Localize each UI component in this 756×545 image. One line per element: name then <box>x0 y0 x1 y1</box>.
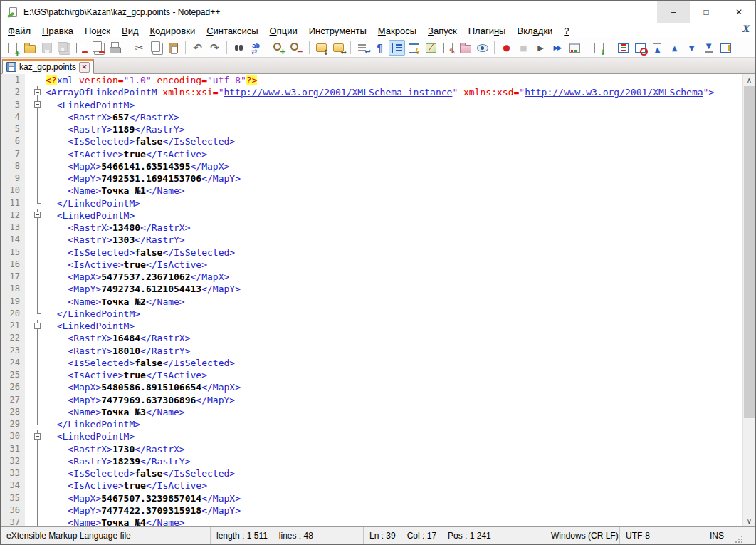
code-text[interactable]: <LinkedPointM> <box>44 99 742 111</box>
code-text[interactable]: <IsActive>true</IsActive> <box>44 148 742 160</box>
menu-item-macro[interactable]: Макросы <box>372 24 422 38</box>
document-list-icon[interactable] <box>440 40 456 56</box>
menu-item-tabs[interactable]: Вкладки <box>511 24 558 38</box>
code-text[interactable]: <IsSelected>false</IsSelected> <box>44 246 742 259</box>
cut-icon[interactable] <box>131 40 147 56</box>
menu-item-plugins[interactable]: Плагины <box>463 24 512 38</box>
word-wrap-icon[interactable] <box>355 40 371 56</box>
code-text[interactable]: <Name>Точка №3</Name> <box>44 406 742 418</box>
sync-vertical-icon[interactable] <box>313 40 330 56</box>
code-text[interactable]: <RastrY>18010</RastrY> <box>44 345 742 357</box>
code-text[interactable]: <ArrayOfLinkedPointM xmlns:xsi="http://w… <box>44 86 742 98</box>
sync-horizontal-icon[interactable] <box>330 40 347 56</box>
status-typing-mode[interactable]: INS <box>700 527 755 544</box>
menu-item-search[interactable]: Поиск <box>79 24 116 38</box>
undo-icon[interactable] <box>189 40 206 56</box>
code-text[interactable]: <MapY>7492734.6121054413</MapY> <box>44 283 742 295</box>
code-text[interactable]: <MapY>7477422.3709315918</MapY> <box>44 504 742 517</box>
monitoring-icon[interactable] <box>474 40 490 56</box>
maximize-button[interactable]: □ <box>690 1 723 23</box>
code-text[interactable]: <Name>Точка №1</Name> <box>44 185 742 197</box>
status-encoding[interactable]: UTF-8 <box>620 527 700 544</box>
expand-level-icon[interactable] <box>683 40 700 56</box>
code-text[interactable]: <RastrX>13480</RastrX> <box>44 222 742 234</box>
menu-item-file[interactable]: Файл <box>2 24 36 38</box>
code-text[interactable]: </LinkedPointM> <box>44 418 742 430</box>
code-text[interactable]: <MapY>7492531.1694153706</MapY> <box>44 172 742 185</box>
collapse-level-icon[interactable] <box>666 40 683 56</box>
replace-icon[interactable] <box>248 40 264 56</box>
code-text[interactable]: <IsSelected>false</IsSelected> <box>44 135 742 147</box>
code-text[interactable]: <MapX>5477537.23671062</MapX> <box>44 271 742 283</box>
macro-run-multiple-icon[interactable] <box>550 40 566 56</box>
code-text[interactable]: <MapX>5480586.8915106654</MapX> <box>44 381 742 393</box>
list-add-icon[interactable] <box>615 40 631 56</box>
code-text[interactable]: <Name>Точка №4</Name> <box>44 517 742 526</box>
fold-toggle-box[interactable] <box>31 99 44 111</box>
code-text[interactable]: <IsSelected>false</IsSelected> <box>44 357 742 369</box>
indent-guide-icon[interactable] <box>389 40 405 56</box>
folder-as-workspace-icon[interactable] <box>457 40 473 56</box>
find-icon[interactable] <box>231 40 247 56</box>
code-text[interactable]: <IsSelected>false</IsSelected> <box>44 467 742 479</box>
code-text[interactable]: <IsActive>true</IsActive> <box>44 369 742 381</box>
menu-item-view[interactable]: Вид <box>116 24 145 38</box>
macro-play-icon[interactable] <box>532 40 549 56</box>
code-text[interactable]: <MapY>7477969.637306896</MapY> <box>44 394 742 406</box>
close-button[interactable]: ✕ <box>723 1 755 23</box>
scroll-up-arrow-icon[interactable]: ∧ <box>743 74 755 85</box>
doc-switcher-icon[interactable] <box>591 40 607 56</box>
code-text[interactable]: <MapX>5467507.3239857014</MapX> <box>44 492 742 504</box>
redo-icon[interactable] <box>206 40 223 56</box>
code-text[interactable]: <LinkedPointM> <box>44 209 742 222</box>
macro-save-icon[interactable] <box>567 40 583 56</box>
fold-all-icon[interactable] <box>649 40 666 56</box>
code-text[interactable]: <?xml version="1.0" encoding="utf-8"?> <box>44 74 742 86</box>
tab-kaz-gcp-points[interactable]: kaz_gcp.points <box>2 59 94 74</box>
code-text[interactable]: </LinkedPointM> <box>44 308 742 320</box>
code-text[interactable]: <RastrX>1730</RastrX> <box>44 443 742 455</box>
paste-icon[interactable] <box>165 40 182 56</box>
document-map-icon[interactable] <box>423 40 439 56</box>
code-text[interactable]: <LinkedPointM> <box>44 430 742 442</box>
fold-toggle-box[interactable] <box>31 430 44 442</box>
code-text[interactable]: <LinkedPointM> <box>44 320 742 332</box>
open-file-icon[interactable] <box>21 40 38 56</box>
new-file-icon[interactable] <box>4 40 21 56</box>
zoom-in-icon[interactable] <box>272 40 288 56</box>
code-text[interactable]: <Name>Точка №2</Name> <box>44 296 742 308</box>
fold-toggle-box[interactable] <box>31 86 44 98</box>
menu-item-run[interactable]: Запуск <box>422 24 463 38</box>
scrollbar-thumb[interactable] <box>744 86 755 418</box>
minimize-button[interactable]: – <box>657 1 690 23</box>
copy-icon[interactable] <box>148 40 164 56</box>
list-remove-icon[interactable] <box>632 40 649 56</box>
resize-grip[interactable] <box>734 534 742 543</box>
fold-toggle-box[interactable] <box>31 320 44 332</box>
vertical-scrollbar[interactable]: ∧ ∨ <box>742 74 755 526</box>
menu-item-edit[interactable]: Правка <box>36 24 79 38</box>
code-text[interactable]: <RastrY>1189</RastrY> <box>44 123 742 135</box>
show-all-characters-icon[interactable] <box>372 40 388 56</box>
tab-close-icon[interactable] <box>79 62 90 73</box>
menu-item-help[interactable]: ? <box>558 24 574 38</box>
unfold-all-icon[interactable] <box>700 40 717 56</box>
code-text[interactable]: <MapX>5466141.63514395</MapX> <box>44 160 742 172</box>
print-icon[interactable] <box>107 40 123 56</box>
close-all-icon[interactable] <box>90 40 106 56</box>
code-text[interactable]: <RastrX>16484</RastrX> <box>44 332 742 344</box>
code-text[interactable]: </LinkedPointM> <box>44 197 742 209</box>
code-text[interactable]: <IsActive>true</IsActive> <box>44 259 742 271</box>
udl-dialog-icon[interactable] <box>406 40 422 56</box>
code-text[interactable]: <IsActive>true</IsActive> <box>44 479 742 492</box>
status-caret-position[interactable]: Ln : 39 Col : 17 Pos : 1 241 <box>364 527 545 544</box>
code-text[interactable]: <RastrY>1303</RastrY> <box>44 234 742 246</box>
panel-view-icon[interactable] <box>718 40 734 56</box>
menu-item-encoding[interactable]: Кодировки <box>144 24 201 38</box>
code-text[interactable]: <RastrX>657</RastrX> <box>44 111 742 123</box>
menu-item-tools[interactable]: Инструменты <box>303 24 372 38</box>
menu-item-language[interactable]: Синтаксисы <box>201 24 263 38</box>
fold-toggle-box[interactable] <box>31 209 44 222</box>
scroll-down-arrow-icon[interactable]: ∨ <box>743 515 755 526</box>
close-file-icon[interactable] <box>73 40 89 56</box>
